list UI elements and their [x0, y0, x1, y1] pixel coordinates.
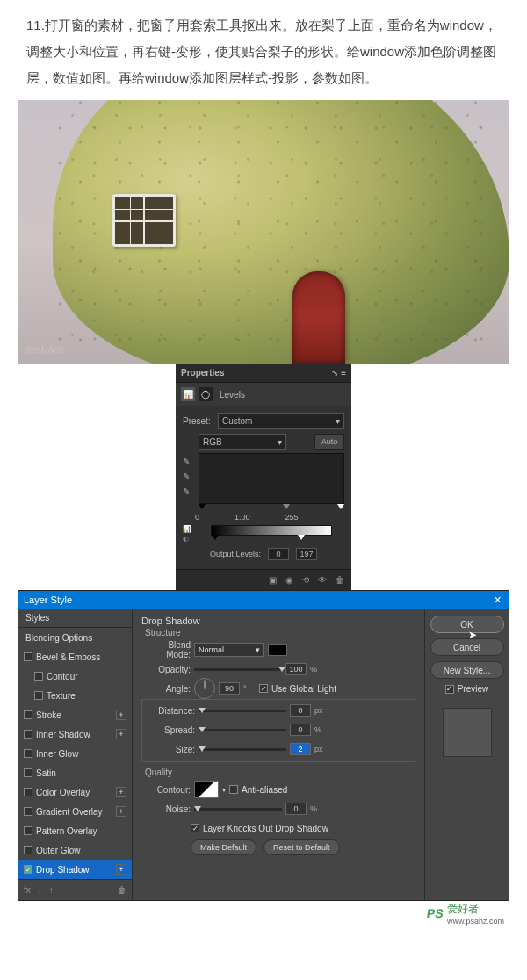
fx-label: fx: [24, 885, 31, 895]
input-mid-value: 1.00: [235, 513, 250, 522]
preview-thumbnail: [443, 708, 492, 757]
add-fx-icon[interactable]: ↓: [38, 885, 42, 895]
preview-checkbox[interactable]: [445, 685, 454, 694]
angle-label: Angle:: [141, 684, 191, 694]
properties-panel: Properties ⤡ ≡ 📊 ◯ Levels Preset: Custom…: [176, 364, 351, 590]
ok-button[interactable]: OK ➤: [430, 616, 504, 633]
knockout-checkbox[interactable]: [191, 824, 199, 832]
pear-window: [112, 194, 176, 247]
gradient-overlay-item[interactable]: Gradient Overlay+: [18, 802, 132, 821]
quality-label: Quality: [141, 767, 415, 777]
noise-label: Noise:: [141, 804, 191, 814]
inner-glow-item[interactable]: Inner Glow: [18, 744, 132, 763]
size-value[interactable]: 2: [290, 743, 311, 755]
contour-item[interactable]: Contour: [18, 667, 132, 686]
stroke-item[interactable]: Stroke+: [18, 705, 132, 724]
layer-style-dialog: Layer Style ✕ Styles Blending Options Be…: [18, 590, 509, 901]
up-fx-icon[interactable]: ↑: [49, 885, 54, 895]
shadow-color-swatch[interactable]: [268, 644, 287, 656]
opacity-value[interactable]: 100: [285, 663, 307, 675]
texture-item[interactable]: Texture: [18, 686, 132, 705]
output-label: Output Levels:: [210, 550, 261, 558]
levels-icon[interactable]: 📊: [181, 387, 195, 401]
angle-value[interactable]: 90: [219, 682, 240, 695]
reset-default-button[interactable]: Reset to Default: [264, 839, 340, 855]
close-icon[interactable]: ✕: [491, 594, 503, 606]
noise-slider[interactable]: [194, 808, 282, 811]
tutorial-image: @rafyA88: [18, 100, 509, 364]
white-eyedropper-icon[interactable]: ✎: [183, 486, 195, 496]
opacity-slider[interactable]: [194, 668, 282, 671]
color-overlay-item[interactable]: Color Overlay+: [18, 782, 132, 802]
site-watermark: PS 爱好者 www.psahz.com: [18, 901, 509, 926]
view-prev-icon[interactable]: ◉: [285, 575, 293, 585]
dialog-titlebar[interactable]: Layer Style ✕: [18, 591, 509, 609]
article-instruction: 11.打开窗的素材，把窗子用套索工具抠出来。放在梨子上面，重命名为window，…: [0, 0, 527, 100]
pear-door: [292, 271, 345, 364]
angle-dial[interactable]: [194, 678, 215, 699]
cursor-icon: ⤡ ≡: [331, 368, 346, 378]
antialiased-checkbox[interactable]: [229, 785, 238, 794]
highlighted-params: Distance: 0 px Spread: 0 % Size: 2 px: [141, 699, 415, 762]
contour-label: Contour:: [141, 785, 191, 795]
opacity-label: Opacity:: [141, 665, 191, 674]
input-black-value: 0: [195, 513, 199, 522]
distance-value[interactable]: 0: [290, 704, 311, 717]
clip-icon[interactable]: ▣: [269, 575, 277, 585]
black-eyedropper-icon[interactable]: ✎: [183, 457, 195, 466]
spread-label: Spread:: [146, 725, 195, 735]
blending-options-item[interactable]: Blending Options: [18, 628, 132, 647]
drop-shadow-item[interactable]: ✓Drop Shadow+: [18, 860, 132, 879]
blend-mode-dropdown[interactable]: Normal▾: [194, 643, 264, 657]
new-style-button[interactable]: New Style...: [430, 661, 504, 679]
antialiased-label: Anti-aliased: [242, 785, 287, 795]
distance-slider[interactable]: [199, 710, 286, 712]
contour-picker[interactable]: [194, 781, 219, 798]
inner-shadow-item[interactable]: Inner Shadow+: [18, 724, 132, 744]
output-white-value[interactable]: 197: [296, 548, 317, 560]
outer-glow-item[interactable]: Outer Glow: [18, 840, 132, 860]
adjustment-type: Levels: [220, 390, 245, 400]
image-credit: @rafyA88: [25, 345, 64, 355]
noise-value[interactable]: 0: [285, 803, 307, 815]
visibility-icon[interactable]: 👁: [318, 575, 327, 585]
styles-header[interactable]: Styles: [18, 609, 132, 628]
input-white-value: 255: [285, 513, 299, 522]
blend-mode-label: Blend Mode:: [141, 640, 191, 659]
trash-icon[interactable]: 🗑: [336, 575, 344, 585]
reset-icon[interactable]: ⟲: [302, 575, 309, 585]
preset-label: Preset:: [183, 416, 214, 426]
channel-dropdown[interactable]: RGB▾: [199, 434, 286, 450]
size-slider[interactable]: [199, 748, 286, 751]
output-black-value[interactable]: 0: [268, 548, 289, 560]
gray-eyedropper-icon[interactable]: ✎: [183, 472, 195, 481]
bevel-item[interactable]: Bevel & Emboss: [18, 647, 132, 667]
make-default-button[interactable]: Make Default: [191, 839, 256, 855]
trash-fx-icon[interactable]: 🗑: [118, 885, 126, 895]
spread-value[interactable]: 0: [290, 724, 311, 736]
auto-button[interactable]: Auto: [314, 434, 344, 450]
global-light-label: Use Global Light: [271, 684, 336, 694]
dialog-title: Layer Style: [24, 594, 72, 605]
mask-icon[interactable]: ◯: [199, 387, 213, 401]
properties-title: Properties: [181, 368, 224, 378]
cancel-button[interactable]: Cancel: [430, 638, 504, 656]
global-light-checkbox[interactable]: [259, 684, 268, 693]
knockout-label: Layer Knocks Out Drop Shadow: [203, 824, 328, 833]
pattern-overlay-item[interactable]: Pattern Overlay: [18, 821, 132, 840]
satin-item[interactable]: Satin: [18, 763, 132, 782]
preview-label: Preview: [458, 684, 489, 694]
spread-slider[interactable]: [199, 729, 286, 731]
distance-label: Distance:: [146, 706, 195, 716]
size-label: Size:: [146, 745, 195, 754]
preset-dropdown[interactable]: Custom▾: [218, 413, 344, 429]
structure-label: Structure: [141, 628, 415, 638]
histogram: [199, 453, 344, 504]
drop-shadow-title: Drop Shadow: [141, 616, 415, 626]
input-slider[interactable]: [199, 504, 344, 511]
output-gradient[interactable]: [211, 525, 332, 536]
